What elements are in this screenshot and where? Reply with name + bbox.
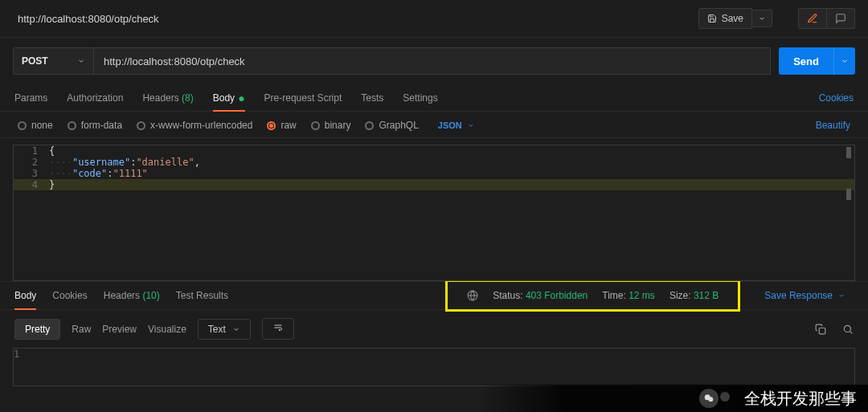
save-more-button[interactable] (752, 10, 772, 27)
editor-line: 1{ (14, 145, 854, 157)
wrap-lines-button[interactable] (262, 318, 294, 340)
resp-tab-headers[interactable]: Headers (10) (104, 282, 160, 309)
comment-icon (835, 13, 846, 24)
line-content: ····"username":"danielle", (46, 157, 200, 168)
request-tabs: Params Authorization Headers (8) Body● P… (0, 84, 868, 112)
chevron-down-icon (758, 14, 766, 22)
tab-authorization[interactable]: Authorization (67, 84, 123, 111)
svg-line-5 (850, 331, 853, 333)
wrap-icon (272, 323, 284, 332)
radio-binary[interactable]: binary (311, 120, 351, 131)
send-button[interactable]: Send (779, 47, 833, 75)
url-value: http://localhost:8080/otp/check (104, 55, 245, 67)
body-type-row: none form-data x-www-form-urlencoded raw… (0, 112, 868, 138)
edit-button[interactable] (798, 8, 827, 29)
send-button-label: Send (793, 55, 819, 67)
tab-prerequest[interactable]: Pre-request Script (264, 84, 342, 111)
tab-params[interactable]: Params (14, 84, 47, 111)
line-number: 4 (14, 179, 46, 190)
copy-icon[interactable] (815, 324, 826, 335)
chevron-down-icon (837, 292, 845, 300)
chevron-down-icon (232, 325, 240, 333)
line-content (27, 349, 31, 360)
radio-x-www-form-urlencoded[interactable]: x-www-form-urlencoded (137, 120, 252, 131)
title-bar: http://localhost:8080/otp/check Save (0, 0, 868, 38)
globe-icon[interactable] (467, 290, 478, 301)
line-number: 1 (14, 145, 46, 157)
fmt-raw[interactable]: Raw (72, 324, 91, 335)
line-content: { (46, 145, 55, 157)
line-content: } (46, 179, 55, 190)
editor-line: 2····"username":"danielle", (14, 157, 854, 168)
svg-point-4 (844, 325, 850, 332)
svg-point-7 (708, 397, 713, 402)
line-number: 2 (14, 157, 46, 168)
wechat-icon (699, 389, 719, 408)
editor-scroll-thumb[interactable] (846, 189, 851, 200)
save-button[interactable]: Save (698, 8, 752, 29)
tab-headers[interactable]: Headers (8) (142, 84, 193, 111)
cookies-link[interactable]: Cookies (819, 92, 854, 104)
beautify-link[interactable]: Beautify (816, 120, 850, 131)
radio-none[interactable]: none (18, 120, 53, 131)
tab-title: http://localhost:8080/otp/check (18, 13, 159, 25)
title-actions: Save (698, 8, 855, 29)
watermark: 全栈开发那些事 (0, 385, 868, 412)
chevron-down-icon (77, 57, 85, 65)
size-meta: Size: 312 B (669, 290, 719, 301)
chevron-down-icon (841, 57, 849, 65)
time-meta: Time: 12 ms (602, 290, 655, 301)
line-number: 3 (14, 168, 46, 179)
request-line: POST http://localhost:8080/otp/check Sen… (0, 38, 868, 84)
comment-button[interactable] (827, 8, 855, 29)
line-content: ····"code":"1111" (46, 168, 148, 179)
chevron-down-icon (467, 121, 475, 129)
body-language-select[interactable]: JSON (438, 120, 475, 130)
url-input[interactable]: http://localhost:8080/otp/check (93, 47, 771, 75)
fmt-preview[interactable]: Preview (102, 324, 137, 335)
svg-point-6 (705, 394, 710, 400)
radio-form-data[interactable]: form-data (68, 120, 122, 131)
http-method-select[interactable]: POST (13, 47, 93, 75)
tab-settings[interactable]: Settings (403, 84, 437, 111)
response-meta: Status: 403 Forbidden Time: 12 ms Size: … (437, 278, 854, 313)
save-icon (707, 14, 717, 23)
fmt-pretty[interactable]: Pretty (14, 319, 60, 340)
editor-line: 4} (14, 179, 854, 190)
request-body-editor[interactable]: 1{2····"username":"danielle",3····"code"… (13, 145, 855, 281)
search-icon[interactable] (842, 324, 854, 335)
editor-scroll-thumb[interactable] (846, 147, 851, 158)
radio-raw[interactable]: raw (267, 120, 296, 131)
tab-tests[interactable]: Tests (361, 84, 383, 111)
status-meta: Status: 403 Forbidden (493, 290, 588, 301)
response-language-select[interactable]: Text (198, 319, 251, 340)
resp-tab-body[interactable]: Body (14, 282, 36, 309)
http-method-value: POST (22, 55, 48, 67)
resp-tab-test-results[interactable]: Test Results (176, 282, 228, 309)
fmt-visualize[interactable]: Visualize (148, 324, 186, 335)
line-number: 1 (14, 349, 27, 360)
save-response-button[interactable]: Save Response (764, 290, 845, 301)
tab-body[interactable]: Body● (213, 84, 245, 111)
editor-line: 3····"code":"1111" (14, 168, 854, 179)
save-button-label: Save (722, 13, 743, 24)
watermark-text: 全栈开发那些事 (744, 388, 857, 410)
svg-rect-3 (819, 328, 825, 334)
resp-tab-cookies[interactable]: Cookies (52, 282, 87, 309)
response-tabs: Body Cookies Headers (10) Test Results S… (0, 281, 868, 310)
response-format-row: Pretty Raw Preview Visualize Text (0, 310, 868, 345)
send-more-button[interactable] (833, 47, 855, 75)
response-actions (815, 324, 854, 335)
pencil-icon (807, 13, 818, 24)
radio-graphql[interactable]: GraphQL (365, 120, 418, 131)
response-body-editor[interactable]: 1 (13, 348, 855, 386)
response-meta-highlight: Status: 403 Forbidden Time: 12 ms Size: … (445, 279, 740, 312)
